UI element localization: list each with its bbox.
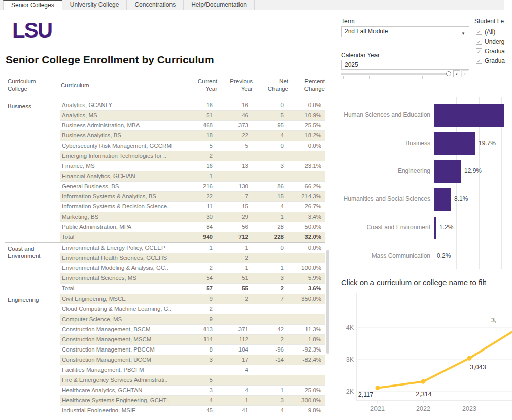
- bar-coast-and-environment[interactable]: [434, 217, 436, 239]
- college-name-cell[interactable]: Engineering: [5, 294, 60, 412]
- bar-value-label: 0.2%: [437, 252, 451, 259]
- tab-help-documentation[interactable]: Help/Documentation: [184, 0, 255, 10]
- curriculum-cell[interactable]: Construction Management, UCCM: [60, 355, 181, 365]
- bar-category-label[interactable]: Humanities and Social Sciences: [335, 195, 430, 202]
- enrollment-trend-line-chart: 2K3K4K2021202220232,1172,3143,0433,: [335, 292, 512, 420]
- table-scrollbar[interactable]: [326, 250, 329, 354]
- student-level-option[interactable]: ✓Underg: [476, 37, 504, 44]
- value-cell: 1: [181, 171, 217, 181]
- curriculum-cell[interactable]: Total: [60, 284, 181, 294]
- curriculum-cell[interactable]: Construction Management, PBCCM: [60, 345, 181, 355]
- curriculum-cell[interactable]: Cybersecurity Risk Management, GCCRM: [60, 141, 181, 151]
- college-name-cell[interactable]: Business: [5, 100, 60, 242]
- curriculum-cell[interactable]: Computer Science, MS: [60, 314, 181, 324]
- calendar-year-input[interactable]: 2025: [341, 60, 469, 70]
- checkbox-checked-icon[interactable]: ✓: [476, 39, 482, 45]
- tab-concentrations[interactable]: Concentrations: [127, 0, 184, 10]
- curriculum-cell[interactable]: General Business, BS: [60, 182, 181, 191]
- curriculum-cell[interactable]: Fire & Emergency Services Administrati..: [60, 375, 181, 385]
- table-row: Industrial Engineering, MSIE454149.8%: [60, 406, 325, 412]
- table-row: Environmental Sciences, MS545135.9%: [60, 273, 325, 284]
- college-name-cell[interactable]: Coast and Environment: [5, 243, 60, 294]
- checkbox-checked-icon[interactable]: ✓: [476, 58, 482, 64]
- value-cell: 3: [252, 396, 288, 405]
- term-dropdown[interactable]: 2nd Fall Module ▼: [341, 26, 469, 37]
- value-cell: 214.3%: [288, 192, 325, 201]
- data-point-2022[interactable]: [421, 379, 426, 384]
- curriculum-cell[interactable]: Civil Engineering, MSCE: [60, 294, 181, 304]
- slider-prev-button[interactable]: ‹: [453, 70, 460, 77]
- value-cell: 104: [217, 345, 252, 355]
- curriculum-cell[interactable]: Cloud Computing & Machine Learning, G..: [60, 304, 181, 314]
- curriculum-cell[interactable]: Healthcare Systems Engineering, GCHT..: [60, 396, 181, 405]
- bar-business[interactable]: [434, 132, 475, 155]
- value-cell: 0.0%: [288, 100, 325, 110]
- curriculum-cell[interactable]: Construction Management, MSCM: [60, 335, 181, 344]
- table-row: Civil Engineering, MSCE927350.0%: [60, 294, 325, 304]
- student-level-option[interactable]: ✓(All): [476, 27, 495, 34]
- curriculum-cell[interactable]: Environmental Sciences, MS: [60, 273, 181, 283]
- curriculum-cell[interactable]: Financial Analytics, GCFIAN: [60, 171, 181, 181]
- value-cell: -82.4%: [288, 355, 325, 365]
- curriculum-cell[interactable]: Business Analytics, BS: [60, 131, 181, 141]
- curriculum-cell[interactable]: Analytics, MS: [60, 111, 181, 120]
- x-axis-tick-label[interactable]: 2021: [370, 405, 385, 412]
- bar-category-label[interactable]: Human Sciences and Education: [335, 111, 430, 118]
- curriculum-cell[interactable]: Total: [60, 232, 181, 242]
- value-cell: 712: [217, 232, 252, 242]
- bar-category-label[interactable]: Mass Communication: [335, 252, 430, 259]
- value-cell: [252, 375, 288, 385]
- curriculum-cell[interactable]: Construction Management, BSCM: [60, 325, 181, 334]
- value-cell: 4: [217, 386, 252, 395]
- value-cell: 373: [217, 121, 252, 130]
- curriculum-cell[interactable]: Marketing, BS: [60, 212, 181, 222]
- curriculum-cell[interactable]: Industrial Engineering, MSIE: [60, 406, 181, 412]
- curriculum-cell[interactable]: Information Systems & Analytics, BS: [60, 192, 181, 201]
- dashboard: Senior CollegesUniversity CollegeConcent…: [0, 0, 512, 420]
- checkbox-checked-icon[interactable]: ✓: [476, 48, 482, 54]
- curriculum-cell[interactable]: Finance, MS: [60, 161, 181, 171]
- value-cell: 55: [217, 284, 252, 294]
- bar-value-label: 12.9%: [464, 167, 482, 174]
- curriculum-cell[interactable]: Emerging Information Technologies for ..: [60, 151, 181, 161]
- curriculum-cell[interactable]: Information Systems & Decision Science..: [60, 202, 181, 212]
- bar-human-sciences-and-education[interactable]: [434, 104, 504, 127]
- bar-category-label[interactable]: Coast and Environment: [335, 224, 430, 231]
- student-level-option[interactable]: ✓Gradua: [476, 46, 505, 53]
- trend-line[interactable]: [378, 330, 512, 388]
- curriculum-cell[interactable]: Analytics, GCANLY: [60, 100, 181, 110]
- tab-university-college[interactable]: University College: [62, 0, 127, 10]
- curriculum-cell[interactable]: Environmental Health Sciences, GCEHS: [60, 253, 181, 263]
- curriculum-cell[interactable]: Business Administration, MBA: [60, 121, 181, 130]
- curriculum-cell[interactable]: Environmental Modeling & Analysis, GC..: [60, 263, 181, 273]
- tab-senior-colleges[interactable]: Senior Colleges: [3, 0, 62, 10]
- bar-category-label[interactable]: Business: [335, 139, 430, 147]
- value-cell: [217, 151, 252, 161]
- value-cell: 18: [181, 131, 217, 141]
- bar-engineering[interactable]: [434, 160, 461, 183]
- table-divider-line: [182, 74, 182, 412]
- data-point-2021[interactable]: [376, 386, 380, 390]
- curriculum-cell[interactable]: Environmental & Energy Policy, GCEEP: [60, 243, 181, 253]
- value-cell: 50.0%: [288, 222, 325, 232]
- curriculum-cell[interactable]: Healthcare Analytics, GCHTAN: [60, 386, 181, 395]
- value-cell: 0: [252, 243, 288, 253]
- x-axis-tick-label[interactable]: 2023: [462, 405, 476, 412]
- bar-category-label[interactable]: Engineering: [335, 167, 430, 174]
- calendar-year-slider-handle[interactable]: [446, 71, 451, 76]
- value-cell: -25.0%: [288, 386, 325, 395]
- value-cell: [288, 171, 325, 181]
- table-row: Information Systems & Decision Science..…: [60, 202, 325, 212]
- data-point-2023[interactable]: [467, 356, 472, 361]
- curriculum-cell[interactable]: Public Administration, MPA: [60, 222, 181, 232]
- slider-next-button[interactable]: ›: [461, 70, 468, 77]
- student-level-option[interactable]: ✓Gradua: [476, 56, 505, 63]
- calendar-year-slider-track[interactable]: [341, 73, 447, 75]
- page-title: Senior College Enrollment by Curriculum: [6, 54, 214, 66]
- checkbox-checked-icon[interactable]: ✓: [476, 29, 482, 35]
- value-cell: 32.0%: [288, 232, 325, 242]
- curriculum-cell[interactable]: Facilities Management, PBCFM: [60, 365, 181, 375]
- bar-humanities-and-social-sciences[interactable]: [434, 188, 451, 211]
- calendar-year-label: Calendar Year: [341, 52, 380, 59]
- x-axis-tick-label[interactable]: 2022: [416, 405, 430, 412]
